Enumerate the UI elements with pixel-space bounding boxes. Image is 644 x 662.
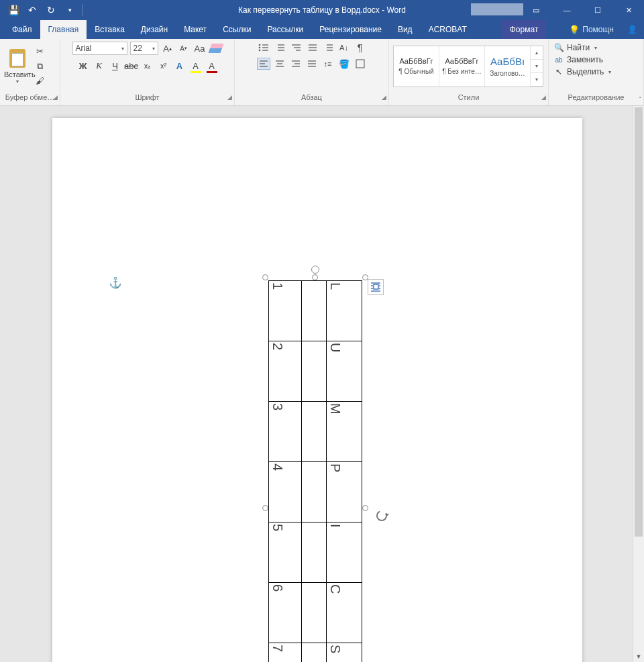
qat-customize-button[interactable]: ▾: [62, 2, 78, 18]
table-cell-letter[interactable]: I: [326, 522, 362, 583]
tab-mailings[interactable]: Рассылки: [259, 20, 311, 39]
tab-file[interactable]: Файл: [4, 20, 40, 39]
resize-handle-w[interactable]: [262, 505, 268, 511]
shading-button[interactable]: 🪣: [337, 58, 351, 70]
table-cell-letter[interactable]: S: [326, 643, 362, 663]
underline-button[interactable]: Ч: [109, 59, 122, 72]
style-normal[interactable]: АаБбВвГг¶ Обычный: [394, 46, 439, 87]
maximize-button[interactable]: ☐: [582, 0, 613, 20]
scroll-down-button[interactable]: ▼: [633, 651, 644, 662]
tab-view[interactable]: Вид: [390, 20, 421, 39]
rotation-handle[interactable]: [311, 266, 319, 274]
table-row[interactable]: 7S: [269, 643, 362, 663]
collapse-ribbon-button[interactable]: ˇ: [639, 97, 641, 104]
resize-handle-e[interactable]: [362, 505, 368, 511]
table-cell-number[interactable]: 7: [269, 643, 302, 663]
show-marks-button[interactable]: ¶: [354, 42, 367, 54]
table-row[interactable]: 6C: [269, 583, 362, 643]
tell-me-button[interactable]: 💡Помощн: [562, 25, 621, 35]
table-row[interactable]: 5I: [269, 522, 362, 583]
tab-format[interactable]: Формат: [502, 20, 547, 39]
table-cell-number[interactable]: 5: [269, 522, 302, 583]
align-left-button[interactable]: [257, 58, 270, 70]
close-button[interactable]: ✕: [613, 0, 644, 20]
select-button[interactable]: ↖Выделить▾: [554, 67, 611, 76]
scrollbar-thumb[interactable]: [635, 107, 643, 537]
highlight-button[interactable]: A: [189, 59, 203, 72]
tab-design[interactable]: Дизайн: [133, 20, 176, 39]
font-size-combo[interactable]: 22▾: [130, 42, 158, 55]
font-name-combo[interactable]: Arial▾: [72, 42, 127, 55]
tab-home[interactable]: Главная: [40, 20, 87, 39]
format-painter-button[interactable]: 🖌: [34, 75, 46, 87]
align-center-button[interactable]: [273, 58, 286, 70]
textbox-object[interactable]: 1L2U3M4P5I6C7S: [268, 280, 362, 662]
tab-layout[interactable]: Макет: [176, 20, 215, 39]
tab-acrobat[interactable]: ACROBAT: [421, 20, 475, 39]
copy-button[interactable]: ⧉: [34, 60, 46, 72]
resize-handle-n[interactable]: [312, 274, 318, 280]
table-cell-empty[interactable]: [302, 462, 327, 522]
tab-references[interactable]: Ссылки: [215, 20, 259, 39]
clear-formatting-button[interactable]: [209, 42, 223, 55]
subscript-button[interactable]: x₂: [141, 59, 154, 72]
table-cell-number[interactable]: 3: [269, 402, 302, 462]
rotated-table[interactable]: 1L2U3M4P5I6C7S: [268, 280, 362, 662]
grow-font-button[interactable]: A▴: [161, 42, 174, 55]
font-color-button[interactable]: A: [205, 59, 219, 72]
table-row[interactable]: 2U: [269, 341, 362, 402]
styles-gallery[interactable]: АаБбВвГг¶ Обычный АаБбВвГг¶ Без инте… Аа…: [393, 46, 543, 87]
sort-button[interactable]: A↓: [337, 42, 351, 54]
italic-button[interactable]: К: [93, 59, 106, 72]
styles-gallery-scroll[interactable]: ▴▾▾: [531, 46, 543, 87]
tab-insert[interactable]: Вставка: [87, 20, 133, 39]
borders-button[interactable]: [354, 58, 367, 70]
save-button[interactable]: 💾: [5, 2, 21, 18]
minimize-button[interactable]: —: [551, 0, 582, 20]
numbering-button[interactable]: [273, 42, 286, 54]
table-cell-letter[interactable]: L: [326, 281, 362, 341]
table-cell-empty[interactable]: [302, 341, 327, 402]
table-cell-letter[interactable]: U: [326, 341, 362, 402]
font-dialog-launcher[interactable]: ◢: [227, 94, 232, 101]
shrink-font-button[interactable]: A▾: [177, 42, 191, 55]
table-cell-empty[interactable]: [302, 522, 327, 583]
user-account-box[interactable]: [471, 3, 523, 15]
table-cell-number[interactable]: 6: [269, 583, 302, 643]
tab-review[interactable]: Рецензирование: [311, 20, 390, 39]
multilevel-list-button[interactable]: [289, 42, 303, 54]
table-cell-letter[interactable]: P: [326, 462, 362, 522]
table-row[interactable]: 1L: [269, 281, 362, 341]
share-button[interactable]: 👤: [621, 25, 644, 34]
text-effects-button[interactable]: A: [173, 59, 186, 72]
style-heading1[interactable]: АаБбВıЗаголово…: [485, 46, 531, 87]
increase-indent-button[interactable]: [321, 42, 335, 54]
table-cell-number[interactable]: 1: [269, 281, 302, 341]
table-cell-letter[interactable]: C: [326, 583, 362, 643]
table-cell-number[interactable]: 2: [269, 341, 302, 402]
redo-button[interactable]: ↻: [43, 2, 59, 18]
find-button[interactable]: 🔍Найти▾: [554, 43, 597, 52]
cut-button[interactable]: ✂: [34, 46, 46, 58]
table-cell-empty[interactable]: [302, 643, 327, 663]
clipboard-dialog-launcher[interactable]: ◢: [53, 94, 58, 101]
align-right-button[interactable]: [289, 58, 303, 70]
bullets-button[interactable]: [257, 42, 270, 54]
resize-handle-nw[interactable]: [262, 274, 268, 280]
layout-options-button[interactable]: [368, 279, 384, 295]
justify-button[interactable]: [305, 58, 319, 70]
table-cell-empty[interactable]: [302, 281, 327, 341]
line-spacing-button[interactable]: ↕≡: [321, 58, 335, 70]
table-row[interactable]: 4P: [269, 462, 362, 522]
decrease-indent-button[interactable]: [305, 42, 319, 54]
table-cell-letter[interactable]: M: [326, 402, 362, 462]
table-row[interactable]: 3M: [269, 402, 362, 462]
style-no-spacing[interactable]: АаБбВвГг¶ Без инте…: [439, 46, 485, 87]
replace-button[interactable]: abЗаменить: [554, 55, 603, 64]
bold-button[interactable]: Ж: [76, 59, 90, 72]
undo-button[interactable]: ↶: [24, 2, 40, 18]
vertical-scrollbar[interactable]: ▲ ▼: [633, 106, 644, 662]
strikethrough-button[interactable]: abc: [125, 59, 138, 72]
ribbon-options-button[interactable]: ▭: [521, 0, 551, 20]
table-cell-empty[interactable]: [302, 402, 327, 462]
